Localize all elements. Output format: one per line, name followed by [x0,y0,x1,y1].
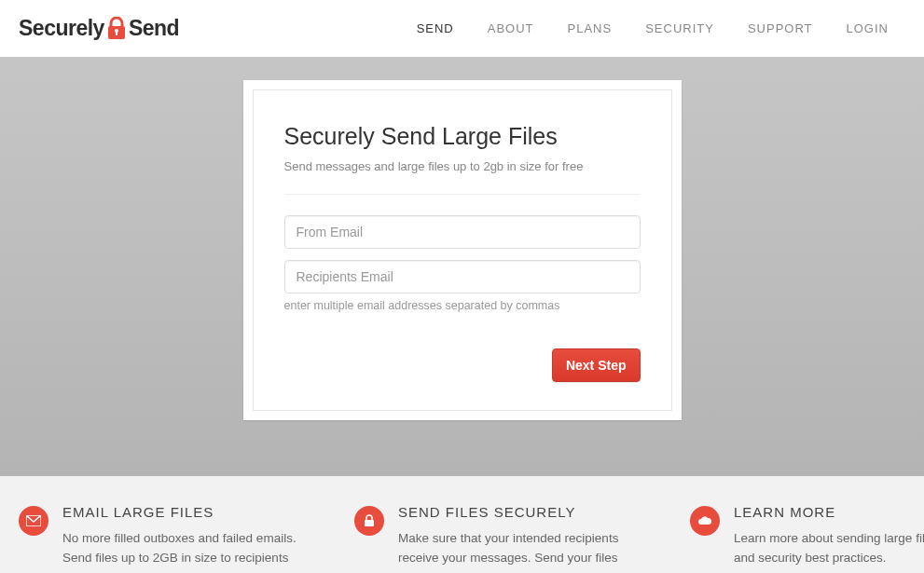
topbar: Securely Send SEND ABOUT PLANS SECURITY … [0,0,924,57]
logo-text-left: Securely [19,16,104,41]
nav: SEND ABOUT PLANS SECURITY SUPPORT LOGIN [400,3,905,54]
svg-rect-3 [365,520,374,526]
nav-about[interactable]: ABOUT [471,3,551,54]
feature-title: SEND FILES SECURELY [398,504,662,520]
recipients-email-input[interactable] [284,260,641,293]
feature-body: Make sure that your intended recipients … [398,529,662,568]
nav-security[interactable]: SECURITY [628,3,731,54]
feature-title: EMAIL LARGE FILES [62,504,326,520]
feature-title: LEARN MORE [734,504,924,520]
envelope-icon [19,506,48,536]
divider [284,194,641,195]
nav-login[interactable]: LOGIN [830,3,905,54]
nav-send[interactable]: SEND [400,3,471,54]
logo[interactable]: Securely Send [19,16,179,41]
hero: Securely Send Large Files Send messages … [0,57,924,476]
lock-solid-icon [354,506,384,536]
from-email-input[interactable] [284,215,641,249]
feature-body: No more filled outboxes and failed email… [62,529,326,568]
nav-support[interactable]: SUPPORT [731,3,830,54]
feature-learn-more: LEARN MORE Learn more about sending larg… [690,504,924,568]
svg-rect-2 [116,31,117,35]
logo-text-right: Send [129,16,179,41]
feature-send-securely: SEND FILES SECURELY Make sure that your … [354,504,662,568]
nav-plans[interactable]: PLANS [551,3,629,54]
feature-body: Learn more about sending large files by … [734,529,924,568]
next-step-button[interactable]: Next Step [552,348,641,382]
cloud-icon [690,506,720,536]
recipients-hint: enter multiple email addresses separated… [284,299,641,312]
form-card: Securely Send Large Files Send messages … [243,80,682,420]
lock-icon [106,17,127,41]
form-title: Securely Send Large Files [284,123,641,150]
features-row: EMAIL LARGE FILES No more filled outboxe… [0,476,924,573]
form-subtitle: Send messages and large files up to 2gb … [284,159,641,173]
feature-email-large-files: EMAIL LARGE FILES No more filled outboxe… [19,504,326,568]
